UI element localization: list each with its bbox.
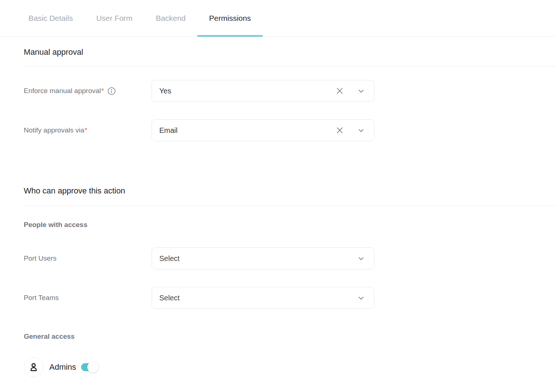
notify-approvals-label: Notify approvals via* (24, 126, 152, 134)
permissions-panel: Manual approval Enforce manual approval*… (0, 47, 556, 377)
field-label-text: Notify approvals via (24, 126, 84, 134)
enforce-manual-approval-label: Enforce manual approval* (24, 87, 152, 95)
select-value: Yes (159, 87, 171, 95)
toggle-knob (87, 362, 98, 373)
divider (24, 205, 556, 206)
chevron-down-icon[interactable] (357, 254, 365, 263)
required-asterisk: * (101, 87, 104, 95)
port-users-row: Port Users Select (24, 247, 556, 269)
clear-icon[interactable] (335, 125, 345, 135)
subsection-title-people-with-access: People with access (24, 221, 556, 229)
field-label-text: Port Teams (24, 294, 59, 302)
section-title-who-can-approve: Who can approve this action (24, 186, 556, 196)
admins-label: Admins (49, 362, 76, 372)
port-users-select[interactable]: Select (152, 247, 374, 269)
notify-approvals-select[interactable]: Email (152, 119, 374, 141)
field-label-text: Port Users (24, 254, 57, 262)
tab-bar: Basic Details User Form Backend Permissi… (0, 0, 556, 37)
enforce-manual-approval-row: Enforce manual approval* Yes (24, 80, 556, 102)
divider (24, 66, 556, 66)
tab-basic-details[interactable]: Basic Details (17, 0, 84, 36)
port-teams-select[interactable]: Select (152, 287, 374, 309)
select-placeholder: Select (159, 294, 180, 302)
subsection-title-general-access: General access (24, 333, 556, 341)
clear-icon[interactable] (335, 86, 345, 96)
tab-backend[interactable]: Backend (144, 0, 198, 36)
port-teams-row: Port Teams Select (24, 287, 556, 309)
port-users-label: Port Users (24, 254, 152, 262)
field-label-text: Enforce manual approval (24, 87, 101, 95)
info-icon[interactable] (107, 87, 116, 95)
chevron-down-icon[interactable] (357, 87, 365, 95)
admins-toggle[interactable] (81, 363, 97, 371)
chevron-down-icon[interactable] (357, 126, 365, 135)
admins-access-row: Admins (24, 357, 556, 377)
enforce-manual-approval-select[interactable]: Yes (152, 80, 374, 102)
select-value: Email (159, 126, 178, 135)
chevron-down-icon[interactable] (357, 294, 365, 302)
notify-approvals-row: Notify approvals via* Email (24, 119, 556, 141)
select-placeholder: Select (159, 254, 180, 263)
avatar (24, 357, 43, 377)
tab-user-form[interactable]: User Form (84, 0, 144, 36)
required-asterisk: * (85, 126, 87, 134)
tab-permissions[interactable]: Permissions (197, 0, 262, 36)
port-teams-label: Port Teams (24, 294, 152, 302)
section-title-manual-approval: Manual approval (24, 47, 556, 57)
user-icon (28, 361, 39, 373)
